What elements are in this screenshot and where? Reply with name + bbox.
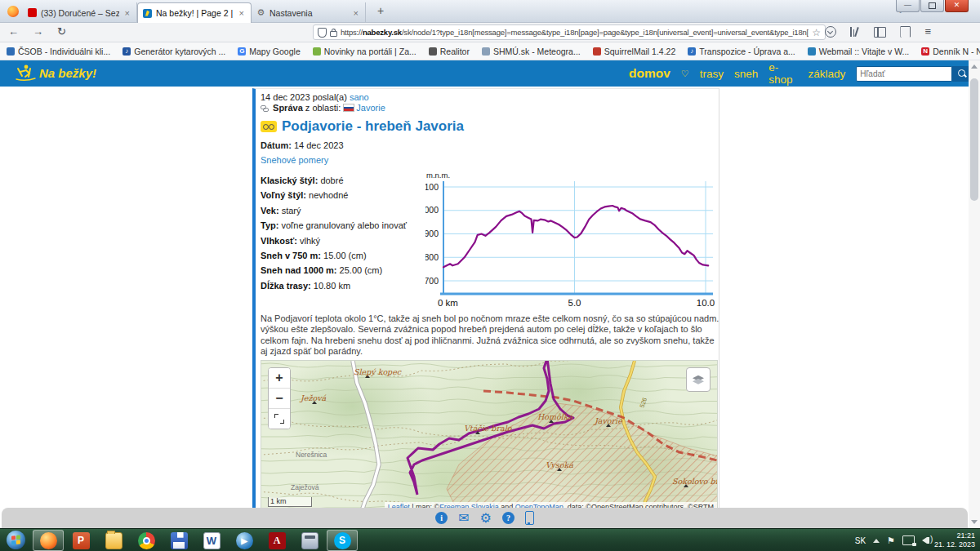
report-goggles-icon <box>261 121 277 132</box>
bookmark-item-3[interactable]: GMapy Google <box>238 47 300 56</box>
close-button[interactable]: ✕ <box>945 0 969 12</box>
scroll-down-icon[interactable] <box>971 520 978 524</box>
language-indicator[interactable]: SK <box>855 536 866 545</box>
section-link[interactable]: Snehové pomery <box>261 155 328 165</box>
layers-button[interactable] <box>686 367 710 392</box>
page-scrollbar[interactable] <box>969 60 980 528</box>
svg-text:526: 526 <box>638 396 648 408</box>
clock-time: 21:21 <box>934 531 975 540</box>
browser-tab-3[interactable]: ⚙Nastavenia× <box>252 2 366 23</box>
network-icon[interactable] <box>902 535 915 545</box>
site-nav-domov[interactable]: domov <box>629 66 670 81</box>
minimize-button[interactable]: — <box>896 0 920 12</box>
info-icon[interactable]: i <box>435 512 448 524</box>
bookmark-item-6[interactable]: SHMÚ.sk - Meteogra... <box>482 47 581 56</box>
taskbar-app-calculator[interactable] <box>294 530 325 551</box>
detail-label: Sneh nad 1000 m: <box>261 265 337 275</box>
svg-text:Nerešnica: Nerešnica <box>296 451 327 459</box>
bookmark-item-7[interactable]: SquirrelMail 1.4.22 <box>593 47 676 56</box>
taskbar-app-firefox[interactable] <box>33 530 64 551</box>
taskbar-app-floppy[interactable] <box>163 530 194 551</box>
svg-text:900: 900 <box>425 229 439 238</box>
taskbar-app-acrobat[interactable]: A <box>261 530 292 551</box>
windows-logo-icon <box>11 535 20 544</box>
svg-text:1000: 1000 <box>425 205 439 215</box>
trail-map[interactable]: Slepý kopecJežováNerešnicaZaježováVtáčie… <box>261 360 718 513</box>
mobile-icon[interactable] <box>525 511 534 525</box>
taskbar-app-skype[interactable]: S <box>327 530 358 551</box>
lock-icon[interactable] <box>330 31 337 37</box>
firefox-app-icon[interactable] <box>7 6 19 17</box>
clock-date: 21. 12. 2023 <box>934 540 975 549</box>
zoom-out-button[interactable]: − <box>269 389 290 409</box>
explorer-icon <box>105 532 122 549</box>
forward-button[interactable]: → <box>33 25 43 38</box>
bookmark-item-8[interactable]: ♪Transpozice - Úprava a... <box>688 47 795 56</box>
extensions-icon[interactable] <box>900 26 911 38</box>
link-icon <box>261 104 268 112</box>
library-icon[interactable] <box>850 27 860 37</box>
tab-close-icon[interactable]: × <box>238 8 246 18</box>
bookmark-item-5[interactable]: Realitor <box>429 47 470 56</box>
bookmark-item-2[interactable]: ♪Generátor kytarových ... <box>122 47 225 56</box>
reload-button[interactable]: ↻ <box>57 25 66 38</box>
site-nav-základy[interactable]: základy <box>808 68 845 80</box>
taskbar-app-powerpoint[interactable]: P <box>65 530 96 551</box>
hidden-icons-button[interactable] <box>873 539 880 543</box>
author-link[interactable]: sano <box>350 92 369 102</box>
map-svg: Slepý kopecJežováNerešnicaZaježováVtáčie… <box>261 361 718 513</box>
bookmark-star-icon[interactable]: ☆ <box>812 27 821 38</box>
scrollbar-thumb[interactable] <box>970 78 978 201</box>
site-nav: domov♡trasysnehe-shopzáklady <box>629 60 980 87</box>
detail-label: Vek: <box>261 206 279 216</box>
window-controls: — ✕ <box>895 0 969 12</box>
map-controls: + − <box>268 367 291 429</box>
bookmark-favicon-icon: N <box>921 47 929 56</box>
bookmark-label: Mapy Google <box>249 47 300 56</box>
bookmark-favicon-icon <box>313 47 321 56</box>
firefox-icon <box>40 532 57 549</box>
pocket-icon[interactable] <box>825 26 836 38</box>
site-logo[interactable]: Na bežky! <box>15 64 96 82</box>
action-center-flag-icon[interactable]: ⚑ <box>887 535 895 546</box>
date-label: Dátum: <box>261 140 292 150</box>
browser-tab-1[interactable]: (33) Doručené – Seznam Email× <box>23 2 137 23</box>
map-scale-bar: 1 km <box>268 497 312 507</box>
fullscreen-button[interactable] <box>269 409 290 429</box>
bookmark-item-1[interactable]: ČSOB - Individuálni kli... <box>7 47 110 56</box>
region-link[interactable]: Javorie <box>356 103 385 113</box>
start-button[interactable] <box>7 531 25 549</box>
taskbar-app-chrome[interactable] <box>131 530 162 551</box>
url-bar[interactable]: https://nabezky.sk/sk/node/1?type_i18n[m… <box>313 24 826 40</box>
settings-gear-icon[interactable]: ⚙ <box>480 512 492 525</box>
svg-text:800: 800 <box>425 252 439 262</box>
tab-close-icon[interactable]: × <box>123 8 131 18</box>
taskbar-app-media-player[interactable]: ▶ <box>229 530 260 551</box>
back-button[interactable]: ← <box>8 25 19 38</box>
site-nav-e-shop[interactable]: e-shop <box>768 61 797 86</box>
volume-icon[interactable] <box>922 537 927 544</box>
taskbar-app-word[interactable]: W <box>196 530 227 551</box>
bookmark-item-10[interactable]: NDenník N - Nezávislé ... <box>921 47 980 56</box>
search-input[interactable] <box>856 66 952 82</box>
zoom-in-button[interactable]: + <box>269 368 290 389</box>
taskbar-app-explorer[interactable] <box>98 530 129 551</box>
bookmark-favicon-icon <box>429 47 437 56</box>
browser-tab-2[interactable]: Na bežky! | Page 2 |× <box>137 2 252 23</box>
site-nav-sneh[interactable]: sneh <box>734 68 758 80</box>
restore-button[interactable] <box>920 0 944 12</box>
sidebar-icon[interactable] <box>874 27 886 38</box>
url-text: https://nabezky.sk/sk/node/1?type_i18n[m… <box>341 28 808 37</box>
scroll-up-icon[interactable] <box>971 64 978 69</box>
menu-icon[interactable]: ≡ <box>924 27 931 37</box>
mail-icon[interactable]: ✉ <box>458 512 469 525</box>
new-tab-button[interactable]: + <box>377 5 384 16</box>
bookmark-item-4[interactable]: Novinky na portáli | Za... <box>313 47 416 56</box>
tab-close-icon[interactable]: × <box>352 8 360 18</box>
site-nav-trasy[interactable]: trasy <box>700 68 724 80</box>
help-icon[interactable]: ? <box>502 512 514 524</box>
bookmark-item-9[interactable]: Webmail :: Vitajte v W... <box>808 47 909 56</box>
tracking-protection-icon[interactable] <box>318 28 327 38</box>
bookmark-label: Denník N - Nezávislé ... <box>933 47 980 56</box>
clock[interactable]: 21:21 21. 12. 2023 <box>934 531 975 549</box>
